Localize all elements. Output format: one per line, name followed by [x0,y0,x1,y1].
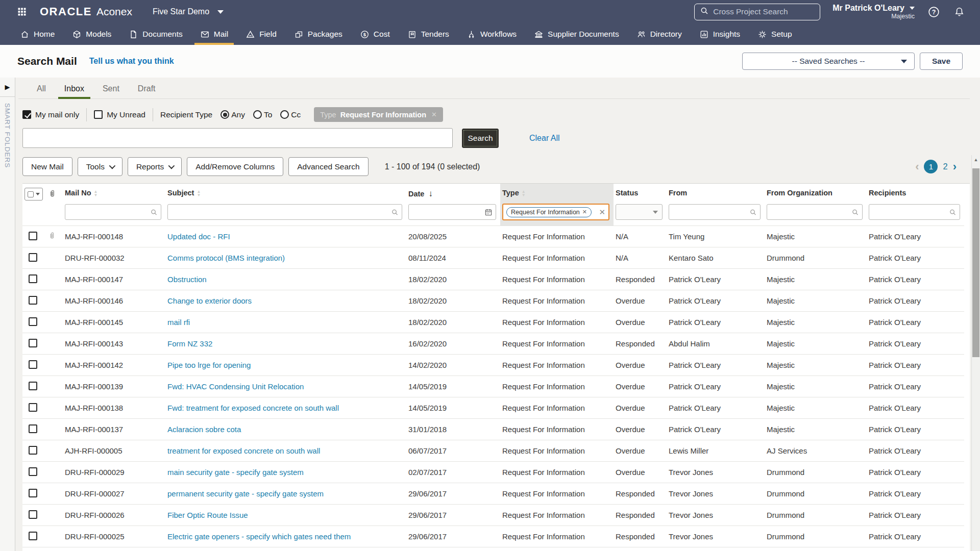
mail-no-filter-input[interactable] [65,205,161,219]
saved-searches-dropdown[interactable]: -- Saved Searches -- [742,53,915,70]
mail-subject-link[interactable]: Change to exterior doors [167,296,252,305]
clear-type-filter-icon[interactable]: ✕ [599,208,605,217]
nav-item-mail[interactable]: Mail [191,23,237,45]
nav-item-tenders[interactable]: Tenders [399,23,458,45]
clear-all-link[interactable]: Clear All [529,134,560,143]
recipients-filter-input[interactable] [869,205,960,219]
tab-sent[interactable]: Sent [95,80,127,98]
remove-chip-icon[interactable]: ✕ [431,111,437,118]
nav-item-insights[interactable]: Insights [691,23,749,45]
mail-subject-link[interactable]: Form NZ 332 [167,339,212,348]
column-header-type[interactable]: Type▲▼ [500,184,614,202]
row-checkbox[interactable] [29,446,37,455]
expand-arrow-icon: ▶ [5,83,10,91]
date-filter-input[interactable] [409,205,496,219]
mail-subject-link[interactable]: treatment for exposed concrete on south … [167,446,320,455]
cross-project-search-input[interactable] [713,7,815,16]
page-2-button[interactable]: 2 [943,162,947,171]
mail-subject-link[interactable]: Fwd: treatment for exposed concrete on s… [167,404,339,412]
insights-icon [699,30,709,39]
my-mail-only-checkbox[interactable] [22,110,31,119]
mail-subject-link[interactable]: Pipe too lrge for opening [167,361,251,369]
tools-button[interactable]: Tools [78,157,122,176]
row-checkbox[interactable] [29,489,37,497]
from-filter-input[interactable] [669,205,760,219]
status-cell: Responded [614,483,667,505]
project-selector[interactable]: Five Star Demo [153,7,224,16]
column-header-date[interactable]: Date↓ [406,184,500,202]
nav-item-supplier-documents[interactable]: Supplier Documents [525,23,628,45]
nav-item-models[interactable]: Models [63,23,120,45]
row-checkbox[interactable] [29,274,37,283]
new-mail-button[interactable]: New Mail [22,157,72,176]
advanced-search-button[interactable]: Advanced Search [288,157,368,176]
feedback-link[interactable]: Tell us what you think [89,57,174,66]
tab-all[interactable]: All [30,80,53,98]
row-checkbox[interactable] [29,424,37,433]
nav-item-documents[interactable]: Documents [120,23,191,45]
mail-subject-link[interactable]: Comms protocol (BMS integration) [167,254,285,262]
nav-item-field[interactable]: Field [237,23,285,45]
row-checkbox[interactable] [29,532,37,540]
row-checkbox[interactable] [29,253,37,262]
user-menu[interactable]: Mr Patrick O'Leary Majestic [832,4,915,20]
type-filter-box[interactable]: Request For Information✕✕ [502,204,609,220]
my-unread-checkbox[interactable] [94,110,103,119]
mail-subject-link[interactable]: Fwd: HVAC Condensing Unit Relocation [167,382,304,391]
recipient-cc-radio[interactable] [280,110,289,119]
row-checkbox[interactable] [29,339,37,347]
nav-item-setup[interactable]: Setup [749,23,801,45]
scrollbar-thumb[interactable] [972,168,979,357]
recipient-to-radio[interactable] [253,110,262,119]
nav-item-directory[interactable]: Directory [628,23,691,45]
nav-item-packages[interactable]: Packages [285,23,351,45]
notifications-bell-icon[interactable] [952,5,966,18]
search-button[interactable]: Search [462,129,499,148]
mail-subject-link[interactable]: Aclaracion sobre cota [167,425,241,434]
next-page-icon[interactable]: › [953,161,957,172]
select-all-dropdown[interactable] [24,188,43,201]
mail-subject-link[interactable]: main security gate - specify gate system [167,468,304,477]
add-remove-columns-button[interactable]: Add/Remove Columns [187,157,283,176]
calendar-icon[interactable] [484,208,493,216]
mail-subject-link[interactable]: Obstruction [167,275,207,284]
help-icon[interactable]: ? [927,5,940,18]
row-checkbox[interactable] [29,467,37,476]
mail-subject-link[interactable]: permanent security gate - specify gate s… [167,489,324,498]
row-checkbox[interactable] [29,317,37,326]
app-launcher-icon[interactable] [15,5,29,18]
recipient-any-radio[interactable] [220,110,229,119]
status-filter-select[interactable] [616,204,663,220]
cost-icon: $ [360,30,370,39]
tab-draft[interactable]: Draft [131,80,163,98]
mail-search-input[interactable] [22,128,453,148]
reports-button[interactable]: Reports [128,157,182,176]
row-checkbox[interactable] [29,296,37,305]
remove-pill-icon[interactable]: ✕ [582,209,587,215]
row-checkbox[interactable] [29,360,37,369]
tab-inbox[interactable]: Inbox [57,80,91,98]
column-header-subject[interactable]: Subject▲▼ [165,184,406,202]
column-header-mail-no[interactable]: Mail No▲▼ [63,184,165,202]
row-checkbox[interactable] [29,232,37,240]
scroll-up-arrow[interactable]: ▲ [972,155,980,164]
save-search-button[interactable]: Save [920,53,963,70]
page-1-button[interactable]: 1 [924,160,938,173]
row-checkbox[interactable] [29,510,37,519]
nav-item-cost[interactable]: $ Cost [351,23,399,45]
nav-item-home[interactable]: Home [11,23,63,45]
subject-filter-input[interactable] [168,205,402,219]
nav-item-workflows[interactable]: Workflows [458,23,525,45]
previous-page-icon[interactable]: ‹ [915,161,919,172]
select-all-checkbox[interactable] [28,191,34,197]
row-checkbox[interactable] [29,403,37,412]
mail-subject-link[interactable]: Fiber Optic Route Issue [167,511,248,519]
from-organization-filter-input[interactable] [767,205,862,219]
mail-subject-link[interactable]: Updated doc - RFI [167,232,230,241]
cross-project-search[interactable] [694,4,820,20]
mail-subject-link[interactable]: Electric gate openers - specify which ga… [167,532,351,541]
mail-subject-link[interactable]: mail rfi [167,318,190,327]
row-checkbox[interactable] [29,382,37,390]
date-cell: 14/05/2019 [406,397,500,419]
expand-rail-button[interactable]: ▶ [0,78,15,97]
